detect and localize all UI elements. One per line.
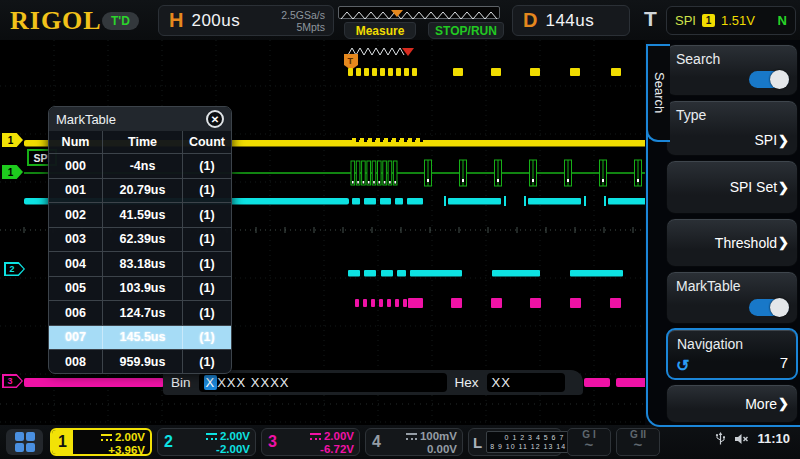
chevron-right-icon: ❯ (778, 396, 789, 411)
dc-coupling-icon (206, 433, 217, 440)
marktable-toggle[interactable] (749, 299, 789, 316)
waveform-overview-strip[interactable] (338, 6, 500, 19)
bottom-channel-bar: 1 2.00V +3.96V 2 2.00V -2.00V 3 2.00V -6… (0, 425, 800, 459)
col-count: Count (183, 131, 231, 153)
oscilloscope-screen: RIGOL T'D H 200us 2.5GSa/s 5Mpts Measure… (0, 0, 800, 459)
menu-item-more[interactable]: More❯ (666, 384, 798, 423)
trigger-level: 1.51V (721, 13, 755, 28)
bin-value-field[interactable]: X XXX XXXX (199, 373, 447, 392)
clock-time: 11:10 (757, 431, 790, 446)
trigger-info-block[interactable]: SPI 1 1.51V N (666, 6, 796, 35)
rigol-logo: RIGOL (10, 6, 102, 36)
logic-channels-block[interactable]: L 0 1 2 3 4 5 6 7 8 9 10 11 12 13 14 15 (468, 428, 562, 456)
col-time: Time (103, 131, 183, 153)
table-row[interactable]: 005103.9us(1) (49, 276, 231, 301)
menu-item-search[interactable]: Search (666, 44, 798, 96)
table-row[interactable]: 006124.7us(1) (49, 300, 231, 325)
table-header: Num Time Count (49, 131, 231, 153)
top-status-bar: RIGOL T'D H 200us 2.5GSa/s 5Mpts Measure… (0, 0, 800, 40)
svg-text:T: T (348, 56, 354, 66)
overview-zigzag (339, 10, 499, 21)
decode2-position-tag[interactable]: 2 (4, 262, 25, 276)
h-label: H (159, 9, 191, 32)
sample-rate: 2.5GSa/s (281, 9, 325, 21)
trigger-source-badge: 1 (702, 14, 715, 27)
timebase-value: 200us (191, 11, 240, 31)
search-event-marks (348, 68, 621, 76)
stop-run-tab[interactable]: STOP/RUN (428, 22, 504, 39)
memory-depth: 5Mpts (296, 21, 325, 33)
menu-item-type[interactable]: Type SPI❯ (666, 100, 798, 156)
hex-value-field[interactable]: XX (487, 373, 565, 392)
marktable-title: MarkTable (56, 112, 116, 127)
trigger-edge: N (778, 13, 787, 28)
hex-value: XX (492, 375, 511, 390)
bin-label: Bin (171, 375, 191, 390)
dc-coupling-icon (310, 433, 321, 440)
trigger-flag: T (344, 54, 358, 70)
channel2-block[interactable]: 2 2.00V -2.00V (157, 428, 256, 456)
measure-tab[interactable]: Measure (344, 22, 416, 39)
navigation-jump-icon: ↺ (676, 356, 689, 375)
sine-wave-icon: ~ (585, 436, 594, 453)
generator1-block[interactable]: G I ~ (567, 428, 611, 456)
bin-cursor: X (204, 375, 218, 390)
table-row[interactable]: 00120.79us(1) (49, 178, 231, 203)
horizontal-timebase-block[interactable]: H 200us 2.5GSa/s 5Mpts (158, 5, 334, 36)
chevron-right-icon: ❯ (778, 133, 789, 148)
hex-label: Hex (455, 375, 479, 390)
search-menu-panel: Search Search Type SPI❯ SPI Set❯ Thresho… (645, 40, 800, 425)
usb-icon (715, 432, 726, 446)
trigger-status-badge: T'D (102, 12, 139, 30)
delay-block[interactable]: D 144us (512, 5, 630, 36)
generator2-block[interactable]: G II ~ (616, 428, 660, 456)
channel1-block[interactable]: 1 2.00V +3.96V (50, 428, 152, 456)
main-menu-button[interactable] (6, 429, 43, 455)
t-label: T (644, 7, 657, 31)
marktable-window[interactable]: MarkTable ✕ Num Time Count 000-4ns(1) 00… (48, 106, 232, 374)
type-value: SPI (755, 132, 778, 148)
menu-item-spi-set[interactable]: SPI Set❯ (666, 160, 798, 214)
close-icon[interactable]: ✕ (206, 110, 224, 128)
d-label: D (513, 9, 545, 32)
dc-coupling-icon (101, 434, 112, 441)
table-row[interactable]: 008959.9us(1) (49, 349, 231, 374)
speaker-mute-icon (734, 433, 749, 445)
menu-item-threshold[interactable]: Threshold❯ (666, 218, 798, 267)
delay-value: 144us (545, 11, 594, 31)
bin-value: XXX XXXX (217, 375, 289, 390)
table-row[interactable]: 00362.39us(1) (49, 227, 231, 252)
overview-trigger-marker (391, 10, 403, 17)
search-menu-tab[interactable]: Search (646, 44, 670, 142)
menu-item-navigation[interactable]: Navigation ↺ 7 (666, 328, 798, 380)
chevron-right-icon: ❯ (778, 180, 789, 195)
sine-wave-icon: ~ (634, 436, 643, 453)
dc-coupling-icon (406, 433, 417, 440)
table-row[interactable]: 000-4ns(1) (49, 153, 231, 178)
table-row[interactable]: 00483.18us(1) (49, 251, 231, 276)
navigation-value: 7 (780, 354, 788, 371)
channel3-block[interactable]: 3 2.00V -6.72V (261, 428, 360, 456)
trigger-type: SPI (675, 13, 696, 28)
marktable-titlebar: MarkTable ✕ (49, 107, 231, 131)
menu-item-marktable[interactable]: MarkTable (666, 271, 798, 324)
grid-menu-icon (15, 432, 35, 452)
search-toggle[interactable] (749, 71, 789, 88)
table-row[interactable]: 00241.59us(1) (49, 202, 231, 227)
col-num: Num (49, 131, 103, 153)
channel4-block[interactable]: 4 100mV 0.00V (365, 428, 463, 456)
chevron-right-icon: ❯ (778, 235, 789, 250)
bus3-marks (355, 298, 621, 308)
mark-nav-zigzag (348, 48, 404, 55)
table-row-selected[interactable]: 007145.5us(1) (49, 325, 231, 350)
bus3-position-tag[interactable]: 3 (2, 374, 23, 388)
